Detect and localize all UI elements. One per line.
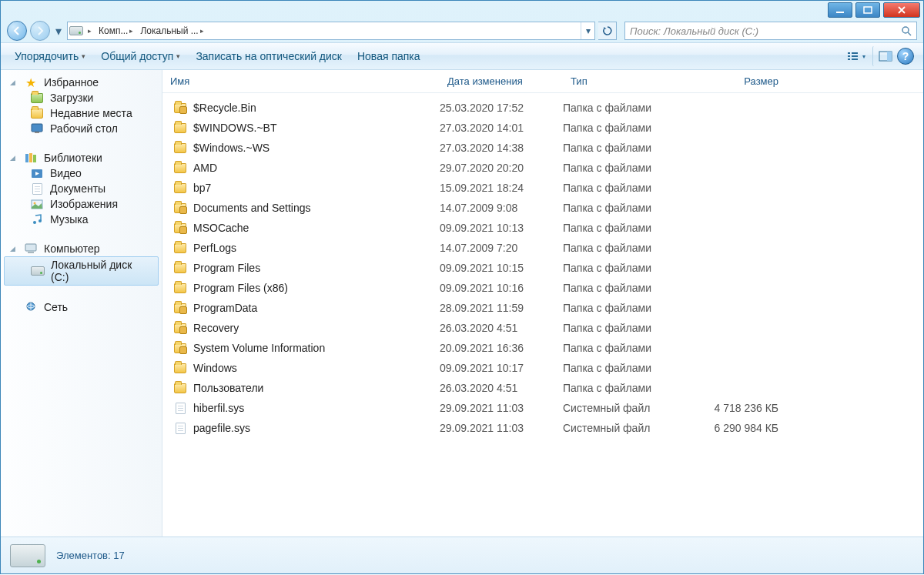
address-dropdown[interactable]: ▾: [581, 22, 594, 39]
svg-rect-7: [852, 55, 858, 57]
folder-icon: [173, 262, 187, 274]
svg-rect-10: [887, 52, 892, 61]
folder-icon: [173, 102, 187, 114]
file-row[interactable]: $Windows.~WS27.03.2020 14:38Папка с файл…: [162, 138, 923, 158]
file-name: System Volume Information: [193, 342, 325, 354]
file-size: 6 290 984 КБ: [686, 422, 786, 434]
file-row[interactable]: Windows09.09.2021 10:17Папка с файлами: [162, 358, 923, 378]
status-bar: Элементов: 17: [1, 537, 923, 573]
preview-pane-button[interactable]: [872, 46, 892, 66]
file-name: Windows: [193, 362, 237, 374]
sidebar-music[interactable]: Музыка: [1, 212, 162, 227]
folder-icon: [173, 222, 187, 234]
file-name: $Recycle.Bin: [193, 102, 256, 114]
file-date: 29.07.2020 20:20: [440, 162, 563, 174]
search-box[interactable]: Поиск: Локальный диск (C:): [624, 22, 917, 40]
file-row[interactable]: Recovery26.03.2020 4:51Папка с файлами: [162, 318, 923, 338]
address-bar[interactable]: ▸ Комп... ▸ Локальный ... ▸ ▾: [67, 22, 595, 40]
file-type: Папка с файлами: [563, 122, 686, 134]
sidebar-pictures[interactable]: Изображения: [1, 196, 162, 212]
file-date: 09.09.2021 10:15: [440, 262, 563, 274]
file-type: Папка с файлами: [563, 282, 686, 294]
share-menu[interactable]: Общий доступ ▾: [95, 47, 186, 65]
back-button[interactable]: [7, 21, 27, 41]
file-row[interactable]: $WINDOWS.~BT27.03.2020 14:01Папка с файл…: [162, 118, 923, 138]
network-icon: [24, 301, 38, 313]
svg-rect-13: [25, 154, 28, 162]
sidebar: ◢★Избранное Загрузки Недавние места Рабо…: [1, 70, 162, 537]
nav-row: ▾ ▸ Комп... ▸ Локальный ... ▸ ▾ Поиск: Л…: [1, 19, 923, 42]
video-icon: [30, 167, 44, 179]
file-date: 25.03.2020 17:52: [440, 102, 563, 114]
sidebar-libraries[interactable]: ◢Библиотеки: [1, 150, 162, 165]
file-row[interactable]: MSOCache09.09.2021 10:13Папка с файлами: [162, 218, 923, 238]
file-row[interactable]: Program Files09.09.2021 10:15Папка с фай…: [162, 258, 923, 278]
sidebar-recent[interactable]: Недавние места: [1, 105, 162, 121]
sidebar-computer[interactable]: ◢Компьютер: [1, 241, 162, 256]
organize-menu[interactable]: Упорядочить ▾: [8, 47, 92, 65]
file-row[interactable]: pagefile.sys29.09.2021 11:03Системный фа…: [162, 418, 923, 438]
file-row[interactable]: bp715.09.2021 18:24Папка с файлами: [162, 178, 923, 198]
maximize-button[interactable]: [855, 2, 880, 18]
file-row[interactable]: $Recycle.Bin25.03.2020 17:52Папка с файл…: [162, 98, 923, 118]
file-date: 27.03.2020 14:38: [440, 142, 563, 154]
file-row[interactable]: Program Files (x86)09.09.2021 10:16Папка…: [162, 278, 923, 298]
file-name: ProgramData: [193, 302, 257, 314]
burn-button[interactable]: Записать на оптический диск: [189, 47, 348, 65]
folder-icon: [173, 362, 187, 374]
file-row[interactable]: Documents and Settings14.07.2009 9:08Пап…: [162, 198, 923, 218]
file-name: Program Files (x86): [193, 282, 288, 294]
file-type: Системный файл: [563, 422, 686, 434]
close-button[interactable]: [883, 2, 920, 18]
col-date[interactable]: Дата изменения: [440, 75, 563, 87]
new-folder-button[interactable]: Новая папка: [351, 47, 427, 65]
sidebar-video[interactable]: Видео: [1, 165, 162, 181]
col-size[interactable]: Размер: [686, 75, 786, 87]
file-type: Папка с файлами: [563, 322, 686, 334]
refresh-button[interactable]: [598, 22, 617, 40]
col-name[interactable]: Имя: [162, 75, 440, 87]
drive-icon: [31, 265, 45, 277]
forward-button[interactable]: [30, 21, 50, 41]
file-date: 26.03.2020 4:51: [440, 322, 563, 334]
libraries-icon: [24, 152, 38, 164]
col-type[interactable]: Тип: [563, 75, 686, 87]
svg-rect-3: [848, 52, 850, 54]
minimize-button[interactable]: [828, 2, 852, 18]
sidebar-network[interactable]: ◢Сеть: [1, 299, 162, 315]
documents-icon: [30, 182, 44, 195]
svg-rect-4: [848, 55, 850, 57]
breadcrumb-localdisk[interactable]: Локальный ... ▸: [137, 22, 207, 39]
titlebar: [1, 1, 923, 19]
file-row[interactable]: hiberfil.sys29.09.2021 11:03Системный фа…: [162, 398, 923, 418]
sidebar-desktop[interactable]: Рабочий стол: [1, 121, 162, 136]
history-dropdown[interactable]: ▾: [53, 23, 64, 38]
file-row[interactable]: PerfLogs14.07.2009 7:20Папка с файлами: [162, 238, 923, 258]
view-options-button[interactable]: ▾: [846, 46, 866, 66]
folder-icon: [173, 202, 187, 214]
breadcrumb-computer[interactable]: Комп... ▸: [95, 22, 137, 39]
file-row[interactable]: AMD29.07.2020 20:20Папка с файлами: [162, 158, 923, 178]
file-date: 15.09.2021 18:24: [440, 182, 563, 194]
star-icon: ★: [24, 76, 38, 89]
file-size: 4 718 236 КБ: [686, 402, 786, 414]
breadcrumb-root[interactable]: ▸: [85, 22, 95, 39]
help-button[interactable]: ?: [896, 46, 916, 66]
svg-point-20: [38, 219, 42, 222]
svg-rect-6: [852, 52, 858, 54]
file-name: Program Files: [193, 262, 260, 274]
folder-icon: [173, 162, 187, 174]
file-type: Папка с файлами: [563, 182, 686, 194]
file-type: Папка с файлами: [563, 262, 686, 274]
file-name: bp7: [193, 182, 211, 194]
sidebar-downloads[interactable]: Загрузки: [1, 90, 162, 105]
file-row[interactable]: ProgramData28.09.2021 11:59Папка с файла…: [162, 298, 923, 318]
sidebar-documents[interactable]: Документы: [1, 181, 162, 196]
sidebar-localdisk[interactable]: Локальный диск (C:): [4, 256, 159, 286]
explorer-window: ▾ ▸ Комп... ▸ Локальный ... ▸ ▾ Поиск: Л…: [0, 0, 924, 574]
folder-icon: [173, 242, 187, 254]
sidebar-favorites[interactable]: ◢★Избранное: [1, 75, 162, 90]
file-name: hiberfil.sys: [193, 402, 244, 414]
file-row[interactable]: Пользователи26.03.2020 4:51Папка с файла…: [162, 378, 923, 398]
file-row[interactable]: System Volume Information20.09.2021 16:3…: [162, 338, 923, 358]
